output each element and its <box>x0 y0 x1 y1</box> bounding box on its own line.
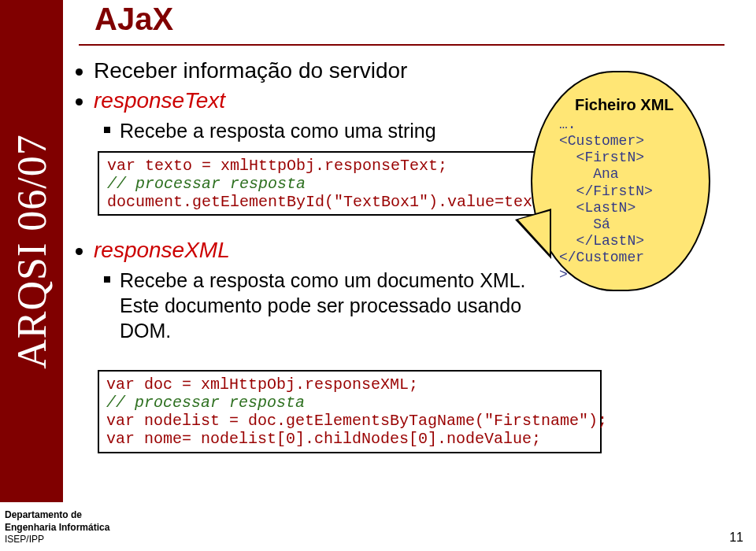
sub-bullet-responsetext-desc: Recebe a resposta como uma string <box>104 118 517 143</box>
bubble-title: Ficheiro XML <box>575 96 696 115</box>
bullet-text: responseXML <box>94 238 230 263</box>
banner-text: ARQSI 06/07 <box>9 134 55 368</box>
bubble-body: Ficheiro XML …. <Customer> <FirstN> Ana … <box>531 71 710 291</box>
left-banner: ARQSI 06/07 <box>0 0 63 502</box>
bullet-icon <box>104 127 110 133</box>
code-line: var nome= nodelist[0].childNodes[0].node… <box>106 430 541 448</box>
code-comment: // processar resposta <box>106 394 305 412</box>
code-comment: // processar resposta <box>107 175 306 193</box>
code-line: document.getElementById("TextBox1").valu… <box>107 193 561 211</box>
page-number: 11 <box>729 531 743 545</box>
code-box-1: var texto = xmlHttpObj.responseText; // … <box>98 151 539 216</box>
bullet-icon <box>76 98 83 105</box>
slide-root: ARQSI 06/07 AJaX Receber informação do s… <box>0 0 756 551</box>
title-underline <box>79 44 724 46</box>
footer-line-1: Departamento de <box>5 509 109 522</box>
bullet-receive-info: Receber informação do servidor <box>76 58 517 83</box>
bullet-text: Recebe a resposta como uma string <box>120 118 436 143</box>
bullet-text: responseText <box>94 88 225 113</box>
bubble-xml: …. <Customer> <FirstN> Ana </FirstN> <La… <box>559 116 696 283</box>
bullet-icon <box>76 248 83 255</box>
callout-bubble: Ficheiro XML …. <Customer> <FirstN> Ana … <box>531 71 710 307</box>
sub-bullet-responsexml-desc: Recebe a resposta como um documento XML.… <box>104 268 545 343</box>
code-line: var nodelist = doc.getElementsByTagName(… <box>106 412 607 430</box>
bullet-icon <box>104 276 110 283</box>
bullet-responsetext: responseText <box>76 88 517 113</box>
bullet-responsexml: responseXML <box>76 238 517 263</box>
content-area: Receber informação do servidor responseT… <box>76 58 517 351</box>
footer-line-3: ISEP/IPP <box>5 534 109 546</box>
bullet-text: Recebe a resposta como um documento XML.… <box>120 268 545 343</box>
code-line: var texto = xmlHttpObj.responseText; <box>107 157 447 175</box>
footer: Departamento de Engenharia Informática I… <box>5 509 109 546</box>
code-box-2: var doc = xmlHttpObj.responseXML; // pro… <box>98 370 602 453</box>
bullet-text: Receber informação do servidor <box>94 58 407 83</box>
footer-line-2: Engenharia Informática <box>5 522 109 534</box>
code-line: var doc = xmlHttpObj.responseXML; <box>106 375 418 394</box>
bullet-icon <box>76 68 83 76</box>
page-title: AJaX <box>94 2 173 37</box>
